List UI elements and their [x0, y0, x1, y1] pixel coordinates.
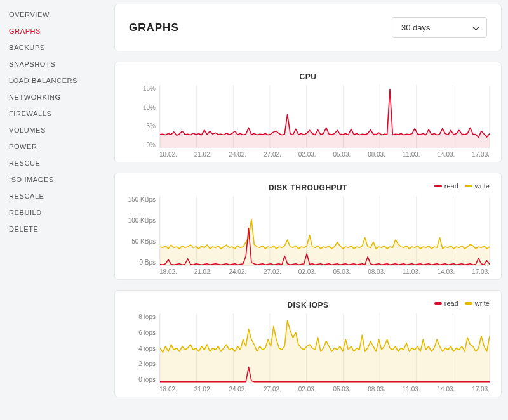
sidebar-item-backups[interactable]: BACKUPS [0, 39, 108, 56]
legend-item-write: write [465, 182, 490, 190]
x-axis: 18.02.21.02.24.02.27.02.02.03.05.03.08.0… [126, 148, 490, 158]
x-tick-label: 05.03. [333, 386, 351, 393]
y-tick-label: 0 iops [138, 376, 156, 383]
legend-swatch-icon [465, 185, 472, 187]
y-tick-label: 6 iops [138, 329, 156, 336]
y-tick-label: 0% [147, 141, 156, 148]
x-tick-label: 02.03. [298, 386, 316, 393]
sidebar-item-rebuild[interactable]: REBUILD [0, 204, 108, 221]
header-card: GRAPHS 30 days [114, 4, 502, 51]
sidebar-item-power[interactable]: POWER [0, 138, 108, 155]
y-tick-label: 150 KBps [128, 196, 156, 203]
legend-item-read: read [434, 299, 458, 307]
sidebar-item-snapshots[interactable]: SNAPSHOTS [0, 56, 108, 72]
y-tick-label: 5% [147, 122, 156, 129]
chart-card-disk-iops: DISK IOPSreadwrite8 iops6 iops4 iops2 io… [114, 290, 502, 397]
time-range-select[interactable]: 30 days [392, 17, 487, 38]
x-tick-label: 08.03. [368, 386, 385, 393]
sidebar-item-rescue[interactable]: RESCUE [0, 155, 108, 171]
x-tick-label: 27.02. [264, 151, 281, 158]
sidebar-item-rescale[interactable]: RESCALE [0, 188, 108, 204]
legend-swatch-icon [434, 302, 442, 305]
legend-item-write: write [465, 299, 490, 307]
chart-legend: readwrite [434, 182, 490, 190]
x-tick-label: 11.03. [403, 268, 420, 275]
y-tick-label: 100 KBps [128, 217, 156, 224]
y-axis: 150 KBps100 KBps50 KBps0 Bps [126, 196, 159, 266]
y-tick-label: 4 iops [138, 345, 156, 352]
sidebar-item-load-balancers[interactable]: LOAD BALANCERS [0, 72, 108, 89]
x-tick-label: 11.03. [403, 386, 420, 393]
y-tick-label: 2 iops [138, 360, 156, 367]
time-range-select-wrap: 30 days [392, 17, 487, 38]
main-content: GRAPHS 30 days CPU15%10%5%0%18.02.21.02.… [108, 0, 508, 420]
x-tick-label: 24.02. [229, 151, 246, 158]
legend-swatch-icon [434, 185, 442, 187]
x-tick-label: 17.03. [472, 151, 490, 158]
sidebar-item-delete[interactable]: DELETE [0, 221, 108, 237]
y-axis: 8 iops6 iops4 iops2 iops0 iops [126, 313, 159, 383]
x-tick-label: 11.03. [403, 151, 420, 158]
sidebar-item-overview[interactable]: OVERVIEW [0, 6, 108, 23]
x-tick-label: 27.02. [264, 386, 281, 393]
x-tick-label: 18.02. [159, 386, 177, 393]
sidebar-item-volumes[interactable]: VOLUMES [0, 122, 108, 138]
y-tick-label: 8 iops [138, 313, 156, 320]
sidebar-item-networking[interactable]: NETWORKING [0, 89, 108, 105]
x-tick-label: 14.03. [438, 151, 455, 158]
sidebar: OVERVIEWGRAPHSBACKUPSSNAPSHOTSLOAD BALAN… [0, 0, 108, 420]
y-tick-label: 10% [143, 104, 156, 111]
x-tick-label: 14.03. [438, 268, 455, 275]
x-tick-label: 02.03. [298, 151, 316, 158]
y-tick-label: 0 Bps [139, 259, 156, 266]
x-tick-label: 21.02. [194, 151, 212, 158]
legend-label: read [444, 182, 458, 190]
sidebar-item-firewalls[interactable]: FIREWALLS [0, 105, 108, 122]
x-tick-label: 05.03. [333, 151, 351, 158]
y-tick-label: 15% [143, 85, 156, 92]
x-tick-label: 08.03. [368, 268, 385, 275]
x-axis: 18.02.21.02.24.02.27.02.02.03.05.03.08.0… [126, 266, 490, 275]
chart-title: DISK IOPS [287, 301, 328, 310]
x-tick-label: 17.03. [472, 386, 490, 393]
chart-card-cpu: CPU15%10%5%0%18.02.21.02.24.02.27.02.02.… [114, 62, 502, 162]
x-tick-label: 18.02. [159, 151, 177, 158]
chart-card-disk-throughput: DISK THROUGHPUTreadwrite150 KBps100 KBps… [114, 173, 502, 280]
x-tick-label: 14.03. [438, 386, 455, 393]
x-tick-label: 05.03. [333, 268, 351, 275]
x-tick-label: 24.02. [229, 268, 246, 275]
sidebar-item-iso-images[interactable]: ISO IMAGES [0, 171, 108, 188]
chart-title: CPU [300, 72, 317, 81]
legend-label: read [444, 299, 458, 307]
x-tick-label: 17.03. [472, 268, 490, 275]
legend-label: write [475, 299, 490, 307]
x-tick-label: 27.02. [264, 268, 281, 275]
x-tick-label: 21.02. [194, 268, 212, 275]
plot-area [159, 85, 490, 148]
x-tick-label: 24.02. [229, 386, 246, 393]
x-tick-label: 18.02. [159, 268, 177, 275]
plot-area [159, 313, 490, 383]
page-title: GRAPHS [129, 22, 179, 34]
x-tick-label: 21.02. [194, 386, 212, 393]
x-tick-label: 02.03. [298, 268, 316, 275]
sidebar-item-graphs[interactable]: GRAPHS [0, 23, 108, 39]
plot-area [159, 196, 490, 266]
y-axis: 15%10%5%0% [126, 85, 159, 148]
legend-swatch-icon [465, 302, 472, 305]
legend-item-read: read [434, 182, 458, 190]
y-tick-label: 50 KBps [131, 238, 156, 245]
chart-legend: readwrite [434, 299, 490, 307]
legend-label: write [475, 182, 490, 190]
x-axis: 18.02.21.02.24.02.27.02.02.03.05.03.08.0… [126, 383, 490, 393]
x-tick-label: 08.03. [368, 151, 385, 158]
chart-title: DISK THROUGHPUT [269, 183, 347, 192]
